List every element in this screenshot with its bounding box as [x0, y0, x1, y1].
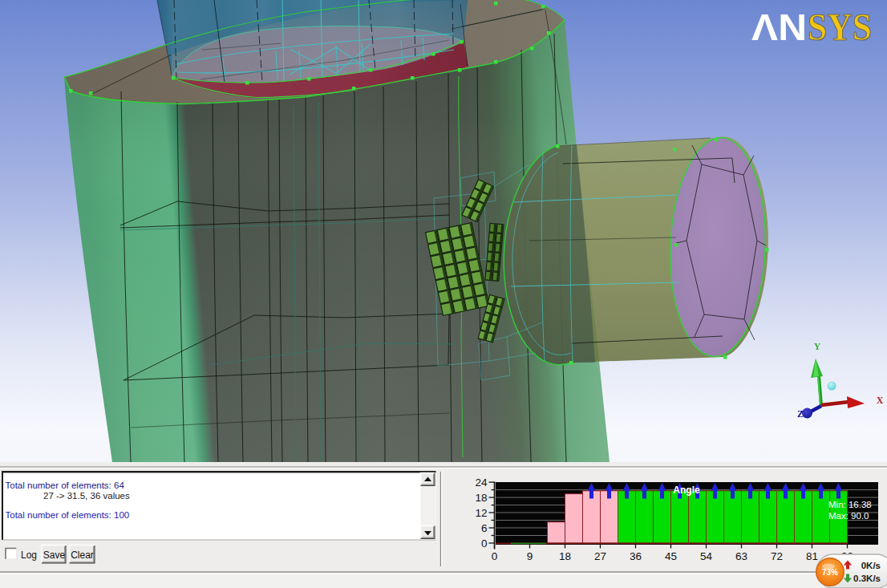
svg-text:63: 63	[735, 550, 747, 562]
svg-text:45: 45	[665, 550, 677, 562]
svg-text:Y: Y	[814, 341, 821, 352]
svg-text:24: 24	[475, 476, 488, 489]
svg-text:ΛN: ΛN	[751, 6, 807, 48]
svg-text:0: 0	[492, 550, 498, 562]
svg-text:X: X	[877, 395, 884, 406]
svg-text:Max: 90.0: Max: 90.0	[828, 511, 869, 521]
svg-text:36: 36	[630, 550, 642, 562]
svg-text:6: 6	[481, 522, 488, 534]
svg-text:Clear: Clear	[71, 549, 94, 561]
svg-text:27: 27	[594, 550, 606, 562]
svg-text:Angle: Angle	[673, 485, 700, 496]
svg-text:Save: Save	[43, 549, 66, 561]
svg-text:0K/s: 0K/s	[861, 561, 881, 570]
svg-text:0.3K/s: 0.3K/s	[853, 574, 881, 583]
svg-text:12: 12	[475, 507, 487, 519]
svg-text:Log: Log	[21, 549, 37, 561]
svg-text:72: 72	[771, 550, 783, 562]
svg-text:Total number of elements: 100: Total number of elements: 100	[6, 510, 130, 520]
svg-text:73%: 73%	[822, 568, 838, 577]
svg-text:18: 18	[559, 550, 571, 562]
svg-text:Min: 16.38: Min: 16.38	[828, 500, 872, 509]
svg-text:Total number of elements: 64: Total number of elements: 64	[6, 481, 125, 490]
svg-text:SYS: SYS	[808, 5, 872, 49]
svg-text:18: 18	[475, 492, 487, 504]
svg-text:9: 9	[527, 550, 533, 562]
svg-text:0: 0	[481, 537, 488, 549]
svg-text:27 -> 31.5, 36 values: 27 -> 31.5, 36 values	[43, 491, 130, 501]
svg-text:81: 81	[806, 550, 818, 562]
svg-text:54: 54	[700, 550, 713, 562]
svg-text:Z: Z	[797, 408, 804, 420]
